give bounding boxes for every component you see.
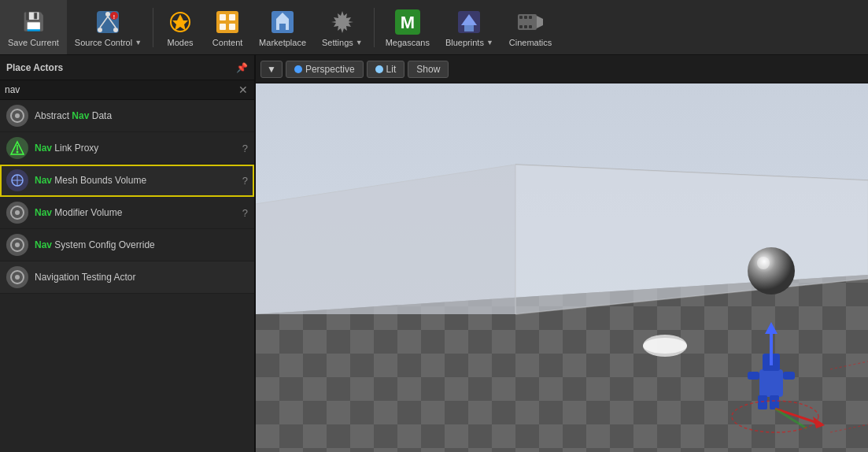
toolbar-cinematics[interactable]: Cinematics bbox=[501, 0, 560, 54]
lit-label: Lit bbox=[386, 64, 397, 75]
list-item[interactable]: Nav System Config Override bbox=[0, 229, 254, 261]
scene-svg bbox=[256, 83, 868, 452]
list-item[interactable]: Abstract Nav Data bbox=[0, 100, 254, 132]
svg-rect-71 bbox=[770, 395, 779, 409]
viewport-scene bbox=[256, 83, 868, 452]
svg-rect-27 bbox=[529, 16, 532, 19]
save-icon: 💾 bbox=[19, 8, 47, 36]
actor-name: Nav Link Proxy bbox=[35, 143, 239, 154]
marketplace-label: Marketplace bbox=[259, 38, 306, 47]
search-clear-button[interactable]: ✕ bbox=[237, 83, 249, 96]
actor-name: Nav Mesh Bounds Volume bbox=[35, 175, 239, 186]
save-current-label: Save Current bbox=[8, 38, 59, 47]
source-control-label: Source Control▼ bbox=[75, 38, 142, 47]
main-content: Place Actors 📌 ✕ Abstract Nav Data bbox=[0, 55, 868, 452]
actor-icon bbox=[6, 169, 28, 191]
svg-point-40 bbox=[15, 210, 20, 215]
svg-rect-30 bbox=[529, 25, 532, 28]
source-control-icon: ! bbox=[94, 8, 122, 36]
info-icon[interactable]: ? bbox=[242, 143, 248, 154]
settings-label: Settings▼ bbox=[322, 38, 363, 47]
blueprints-icon bbox=[455, 8, 483, 36]
svg-point-35 bbox=[17, 151, 19, 154]
svg-rect-16 bbox=[279, 24, 286, 30]
cinematics-label: Cinematics bbox=[509, 38, 552, 47]
marketplace-icon bbox=[268, 8, 297, 36]
actor-name: Abstract Nav Data bbox=[35, 110, 248, 121]
svg-point-32 bbox=[15, 113, 20, 118]
svg-marker-24 bbox=[537, 16, 543, 28]
svg-point-3 bbox=[113, 28, 118, 32]
actor-icon bbox=[6, 234, 28, 256]
info-icon[interactable]: ? bbox=[242, 207, 248, 219]
svg-rect-70 bbox=[758, 395, 767, 409]
svg-point-42 bbox=[15, 243, 20, 247]
panel-header: Place Actors 📌 bbox=[0, 55, 254, 80]
svg-rect-13 bbox=[220, 24, 226, 30]
list-item[interactable]: Nav Modifier Volume ? bbox=[0, 197, 254, 229]
perspective-label: Perspective bbox=[305, 64, 355, 75]
svg-point-44 bbox=[15, 275, 20, 280]
svg-text:M: M bbox=[401, 13, 415, 32]
blueprints-label: Blueprints▼ bbox=[445, 38, 493, 47]
actor-list: Abstract Nav Data Nav Link Proxy ? bbox=[0, 100, 254, 452]
svg-rect-12 bbox=[229, 14, 235, 20]
viewport-dropdown-button[interactable]: ▼ bbox=[260, 61, 283, 78]
panel-title: Place Actors bbox=[6, 62, 236, 73]
panel-pin-icon[interactable]: 📌 bbox=[236, 62, 248, 73]
svg-rect-10 bbox=[216, 11, 238, 33]
perspective-button[interactable]: Perspective bbox=[286, 61, 364, 78]
lit-button[interactable]: Lit bbox=[367, 61, 405, 78]
toolbar-settings[interactable]: Settings▼ bbox=[314, 0, 371, 54]
svg-rect-14 bbox=[229, 24, 235, 30]
megascans-icon: M bbox=[393, 8, 422, 36]
dropdown-arrow-icon: ▼ bbox=[267, 64, 276, 75]
svg-point-64 bbox=[748, 247, 795, 295]
show-button[interactable]: Show bbox=[408, 61, 449, 78]
modes-label: Modes bbox=[168, 38, 194, 47]
svg-point-1 bbox=[105, 12, 110, 17]
svg-rect-68 bbox=[748, 372, 759, 380]
actor-name: Navigation Testing Actor bbox=[35, 272, 248, 283]
main-toolbar: 💾 Save Current ! Source Control▼ bbox=[0, 0, 868, 55]
svg-rect-29 bbox=[524, 25, 527, 28]
list-item[interactable]: Navigation Testing Actor bbox=[0, 261, 254, 294]
actor-icon bbox=[6, 105, 28, 127]
settings-icon bbox=[328, 8, 356, 36]
svg-point-63 bbox=[643, 338, 687, 354]
content-icon bbox=[213, 8, 242, 36]
search-bar: ✕ bbox=[0, 80, 254, 100]
svg-point-65 bbox=[757, 257, 770, 269]
viewport[interactable]: ▼ Perspective Lit Show bbox=[256, 55, 868, 452]
svg-rect-11 bbox=[220, 14, 226, 20]
toolbar-megascans[interactable]: M Megascans bbox=[378, 0, 438, 54]
content-label: Content bbox=[212, 38, 243, 47]
lit-dot-icon bbox=[375, 65, 383, 73]
toolbar-separator-1 bbox=[153, 8, 153, 47]
info-icon[interactable]: ? bbox=[242, 175, 248, 187]
actor-name: Nav Modifier Volume bbox=[35, 207, 239, 218]
toolbar-marketplace[interactable]: Marketplace bbox=[251, 0, 314, 54]
svg-rect-69 bbox=[783, 372, 795, 380]
toolbar-source-control[interactable]: ! Source Control▼ bbox=[67, 0, 150, 54]
cinematics-icon bbox=[516, 8, 545, 36]
toolbar-blueprints[interactable]: Blueprints▼ bbox=[438, 0, 501, 54]
megascans-label: Megascans bbox=[386, 38, 430, 47]
svg-rect-25 bbox=[519, 16, 523, 19]
viewport-toolbar: ▼ Perspective Lit Show bbox=[256, 55, 868, 83]
actor-icon bbox=[6, 266, 28, 288]
show-label: Show bbox=[416, 64, 440, 75]
modes-icon bbox=[166, 8, 194, 36]
svg-rect-26 bbox=[524, 16, 527, 19]
search-input[interactable] bbox=[5, 84, 237, 95]
svg-point-2 bbox=[98, 28, 102, 32]
svg-rect-22 bbox=[464, 25, 474, 31]
svg-rect-28 bbox=[519, 25, 523, 28]
toolbar-content[interactable]: Content bbox=[204, 0, 251, 54]
actor-name: Nav System Config Override bbox=[35, 239, 248, 250]
toolbar-modes[interactable]: Modes bbox=[157, 0, 204, 54]
toolbar-save-current[interactable]: 💾 Save Current bbox=[0, 0, 67, 54]
list-item-nav-mesh-bounds[interactable]: Nav Mesh Bounds Volume ? bbox=[0, 165, 254, 197]
list-item[interactable]: Nav Link Proxy ? bbox=[0, 132, 254, 165]
svg-marker-9 bbox=[172, 14, 188, 31]
